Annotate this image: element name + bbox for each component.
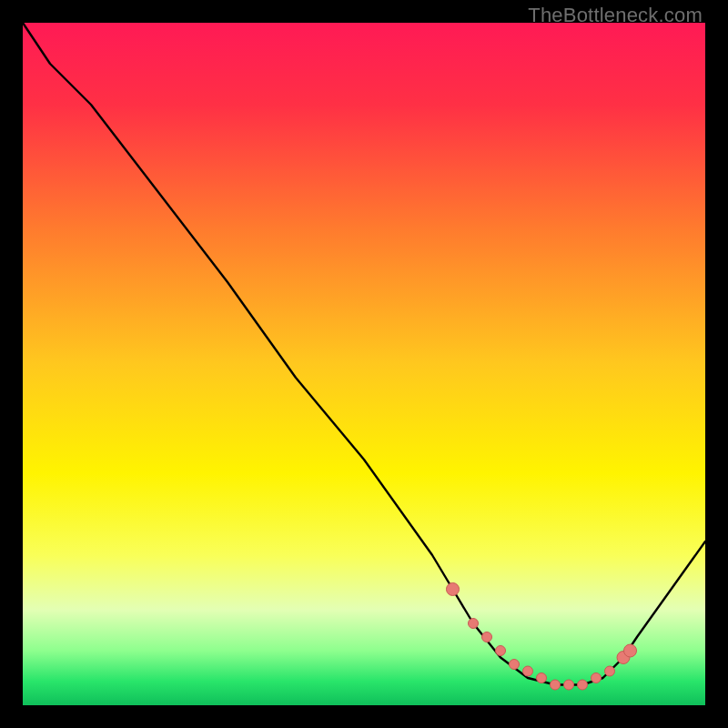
marker-dot xyxy=(496,646,506,656)
marker-dot xyxy=(510,660,520,670)
marker-dot xyxy=(564,680,574,690)
marker-dot xyxy=(624,644,637,657)
optimal-range-markers xyxy=(447,583,637,691)
plot-area xyxy=(23,23,705,705)
marker-dot xyxy=(551,680,561,690)
marker-dot xyxy=(537,673,547,683)
marker-dot xyxy=(469,619,479,629)
chart-stage: TheBottleneck.com xyxy=(0,0,728,728)
marker-dot xyxy=(482,632,492,642)
marker-dot xyxy=(605,666,615,676)
marker-dot xyxy=(578,680,588,690)
chart-overlay xyxy=(23,23,705,705)
bottleneck-curve xyxy=(23,23,705,685)
marker-dot xyxy=(523,666,533,676)
marker-dot xyxy=(592,673,602,683)
marker-dot xyxy=(447,583,460,596)
